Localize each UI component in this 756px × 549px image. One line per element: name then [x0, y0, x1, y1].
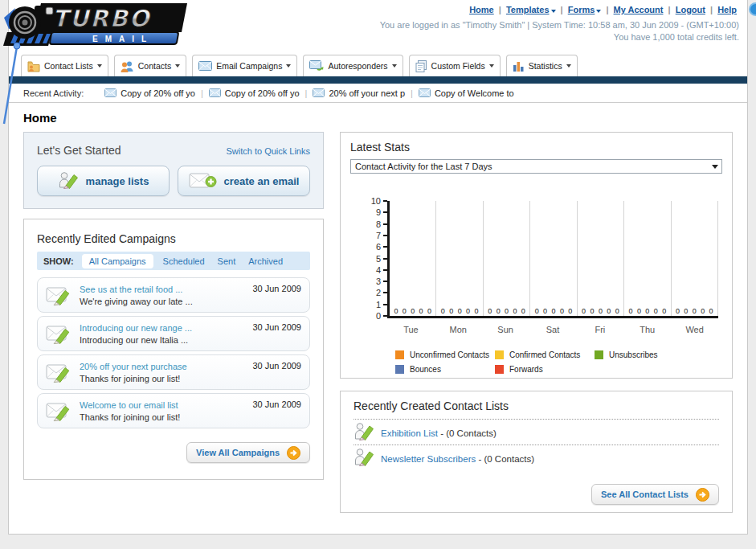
switch-quick-links[interactable]: Switch to Quick Links — [226, 146, 310, 156]
legend-swatch — [495, 365, 504, 374]
manage-lists-button[interactable]: manage lists — [37, 166, 170, 196]
tab-autoresponders[interactable]: Autoresponders — [303, 55, 403, 76]
campaign-subtitle: Thanks for joining our list! — [80, 374, 245, 383]
chevron-down-icon — [286, 64, 291, 68]
chevron-down-icon — [489, 64, 494, 68]
latest-stats-panel: Latest Stats Contact Activity for the La… — [340, 132, 733, 379]
plot-area: 00000000000000000000000000000000000 — [387, 201, 718, 318]
filter-sent[interactable]: Sent — [218, 256, 236, 266]
filter-all-campaigns[interactable]: All Campaigns — [82, 254, 153, 268]
tab-email-campaigns[interactable]: Email Campaigns — [192, 55, 297, 76]
email-campaigns-icon — [198, 61, 212, 71]
svg-text:TURBO: TURBO — [52, 5, 152, 32]
nav-link-templates[interactable]: Templates — [506, 5, 556, 14]
chart-column: 00000 — [484, 201, 530, 316]
tab-contact-lists[interactable]: Contact Lists — [21, 55, 108, 76]
campaign-row[interactable]: 20% off your next purchaseThanks for joi… — [37, 354, 310, 390]
recently-edited-campaigns-panel: Recently Edited Campaigns SHOW: All Camp… — [23, 219, 324, 480]
person-pencil-icon — [58, 170, 79, 191]
header: TURBO EMAIL Home | Templates | Forms | M… — [9, 0, 747, 76]
nav-link-forms[interactable]: Forms — [568, 5, 602, 14]
legend-swatch — [395, 365, 404, 374]
value-labels: 00000 — [436, 307, 482, 315]
x-axis-label: Fri — [576, 325, 623, 334]
envelope-icon — [313, 88, 325, 97]
campaign-title[interactable]: Welcome to our email list — [80, 400, 245, 410]
nav-tabs: Contact ListsContactsEmail CampaignsAuto… — [21, 55, 578, 76]
turbo-email-logo: TURBO EMAIL — [2, 2, 191, 51]
campaign-subtitle: We're giving away our late ... — [80, 297, 245, 306]
stats-period-select[interactable]: Contact Activity for the Last 7 Days — [350, 159, 722, 174]
login-status-text: You are logged in as "Timothy Smith" | S… — [380, 20, 739, 30]
contact-lists-panel-title: Recently Created Contact Lists — [353, 399, 719, 412]
stats-panel-title: Latest Stats — [350, 141, 722, 154]
legend-item: Confirmed Contacts — [495, 350, 595, 359]
chart-column: 00000 — [672, 201, 718, 316]
x-axis-label: Sun — [482, 325, 529, 334]
svg-text:EMAIL: EMAIL — [92, 35, 153, 43]
main-content-area: TURBO EMAIL Home | Templates | Forms | M… — [8, 0, 748, 535]
tab-custom-fields[interactable]: Custom Fields — [409, 55, 501, 76]
value-labels: 00000 — [390, 307, 435, 315]
contact-list-link[interactable]: Newsletter Subscribers — [381, 454, 476, 464]
nav-link-help[interactable]: Help — [717, 5, 737, 14]
contact-list-item[interactable]: Newsletter Subscribers - (0 Contacts) — [353, 445, 719, 470]
y-axis-label: 10 — [350, 196, 381, 206]
envelope-pencil-icon — [46, 322, 72, 345]
y-axis-label: 0 — [350, 311, 381, 321]
campaign-row[interactable]: Welcome to our email listThanks for join… — [37, 393, 310, 428]
recent-activity-item[interactable]: Copy of 20% off yo — [209, 88, 300, 98]
campaign-title[interactable]: Introducing our new range ... — [80, 323, 245, 333]
contact-list-link[interactable]: Exhibition List — [381, 428, 438, 438]
recent-activity-item[interactable]: Copy of Welcome to — [419, 88, 514, 98]
divider-bar — [9, 76, 747, 84]
tab-statistics[interactable]: Statistics — [506, 55, 578, 76]
tab-contacts[interactable]: Contacts — [114, 55, 186, 76]
chevron-down-icon — [392, 64, 397, 68]
view-all-campaigns-button[interactable]: View All Campaigns — [186, 442, 310, 463]
page-title: Home — [23, 111, 747, 125]
autoresponders-icon — [309, 60, 324, 72]
contact-list-count: - (0 Contacts) — [438, 428, 497, 438]
chart-column: 00000 — [530, 201, 577, 316]
legend-item: Unsubscribes — [595, 350, 722, 359]
person-pencil-icon — [353, 447, 374, 469]
contacts-icon — [121, 60, 134, 72]
create-email-button[interactable]: create an email — [178, 166, 310, 196]
see-all-contact-lists-button[interactable]: See All Contact Lists — [591, 484, 719, 505]
y-axis-label: 5 — [350, 254, 381, 264]
legend-swatch — [595, 350, 603, 359]
contact-list-item[interactable]: Exhibition List - (0 Contacts) — [353, 420, 719, 445]
value-labels: 00000 — [484, 307, 529, 315]
chart-column: 00000 — [624, 201, 671, 316]
envelope-pencil-icon — [46, 361, 72, 383]
nav-link-home[interactable]: Home — [469, 5, 494, 14]
logo-needle-decoration — [0, 40, 27, 129]
chart-column: 00000 — [578, 201, 624, 316]
recent-activity-item[interactable]: Copy of 20% off yo — [104, 88, 195, 98]
y-axis-label: 2 — [350, 288, 381, 297]
campaign-row[interactable]: Introducing our new range ...Introducing… — [37, 316, 310, 351]
person-pencil-icon — [353, 421, 374, 443]
get-started-title: Let's Get Started — [37, 144, 121, 157]
y-axis-label: 3 — [350, 277, 381, 286]
campaign-subtitle: Introducing our new Italia ... — [80, 335, 245, 345]
legend-item: Forwards — [495, 365, 595, 374]
x-axis-label: Mon — [435, 325, 482, 334]
top-nav-links: Home | Templates | Forms | My Account | … — [380, 5, 739, 14]
nav-link-logout[interactable]: Logout — [676, 5, 705, 14]
contact-activity-chart: 0123456789100000000000000000000000000000… — [350, 180, 722, 341]
campaign-title[interactable]: See us at the retail food ... — [80, 285, 245, 294]
recent-activity-item[interactable]: 20% off your next p — [313, 88, 405, 98]
nav-link-my-account[interactable]: My Account — [614, 5, 664, 14]
x-axis-labels: TueMonSunSatFriThuWed — [387, 325, 718, 334]
y-axis-label: 9 — [350, 207, 381, 217]
custom-fields-icon — [415, 60, 427, 72]
campaign-date: 30 Jun 2009 — [252, 284, 301, 293]
value-labels: 00000 — [578, 307, 623, 315]
filter-scheduled[interactable]: Scheduled — [163, 256, 205, 266]
filter-archived[interactable]: Archived — [248, 256, 283, 266]
help-bubble-icon[interactable] — [749, 2, 756, 16]
campaign-title[interactable]: 20% off your next purchase — [80, 362, 245, 371]
campaign-row[interactable]: See us at the retail food ...We're givin… — [37, 277, 310, 313]
